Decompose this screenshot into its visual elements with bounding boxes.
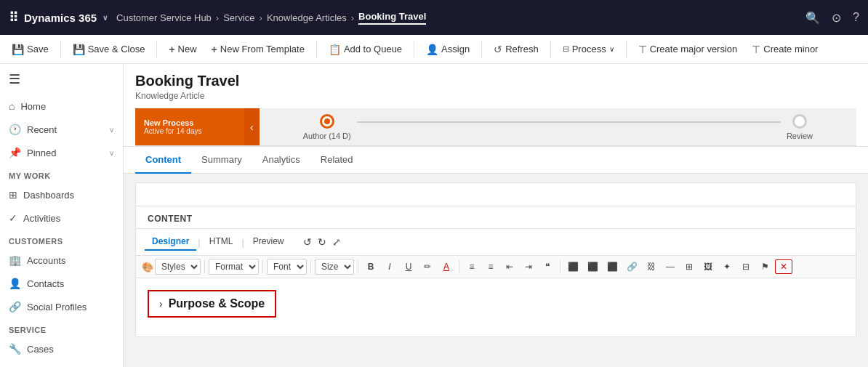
sidebar-item-accounts[interactable]: 🏢 Accounts	[0, 249, 123, 272]
expand-button[interactable]: ⤢	[332, 236, 341, 248]
process-chevron-icon: ∨	[609, 45, 614, 53]
create-minor-button[interactable]: ⊤ Create minor	[746, 41, 824, 58]
image-button[interactable]: 🖼	[699, 259, 717, 274]
sidebar-home-label: Home	[20, 101, 46, 112]
add-to-queue-button[interactable]: 📋 Add to Queue	[323, 41, 408, 58]
sidebar-recent-label: Recent	[27, 124, 57, 135]
redo-button[interactable]: ↻	[318, 236, 326, 248]
tab-analytics[interactable]: Analytics	[252, 147, 310, 174]
process-node-author[interactable]: Author (14 D)	[303, 114, 351, 140]
title-input[interactable]	[145, 189, 636, 200]
italic-button[interactable]: I	[381, 259, 398, 274]
create-major-button[interactable]: ⊤ Create major version	[632, 41, 744, 58]
process-stage-name: New Process	[144, 118, 236, 127]
sidebar-item-activities[interactable]: ✓ Activities	[0, 206, 123, 230]
editor-tab-designer[interactable]: Designer	[145, 233, 196, 251]
format-select[interactable]: Format	[209, 259, 259, 275]
decrease-indent-button[interactable]: ⇤	[501, 259, 518, 274]
sidebar-activities-label: Activities	[23, 213, 60, 224]
format-toolbar: 🎨 Styles Format Font Size	[136, 256, 856, 278]
table-button[interactable]: ⊞	[680, 259, 698, 274]
align-left-button[interactable]: ⬛	[564, 259, 582, 274]
font-color-button[interactable]: A	[438, 259, 455, 274]
save-close-button[interactable]: 💾 Save & Close	[67, 41, 151, 58]
author-label: Author (14 D)	[303, 132, 351, 140]
search-icon[interactable]: 🔍	[805, 11, 820, 25]
main-layout: ☰ ⌂ Home 🕐 Recent ∨ 📌 Pinned ∨ My Work ⊞…	[0, 64, 868, 367]
sidebar-item-pinned[interactable]: 📌 Pinned ∨	[0, 141, 123, 164]
sidebar-item-recent[interactable]: 🕐 Recent ∨	[0, 118, 123, 141]
new-button[interactable]: + New	[163, 41, 202, 58]
refresh-icon[interactable]: ⊙	[832, 11, 841, 25]
editor-tab-preview[interactable]: Preview	[246, 233, 292, 251]
help-icon[interactable]: ?	[853, 11, 859, 24]
link-button[interactable]: 🔗	[623, 259, 641, 274]
unlink-button[interactable]: ⛓	[643, 259, 660, 274]
editor-tabs: Designer | HTML | Preview ↺ ↻ ⤢	[136, 229, 856, 256]
command-bar: 💾 Save 💾 Save & Close + New + New From T…	[0, 35, 868, 64]
process-node-review[interactable]: Review	[787, 114, 813, 140]
sidebar-item-social-profiles[interactable]: 🔗 Social Profiles	[0, 295, 123, 318]
sidebar-item-cases[interactable]: 🔧 Cases	[0, 337, 123, 360]
new-from-template-button[interactable]: + New From Template	[206, 41, 310, 58]
highlight-button[interactable]: ✏	[419, 259, 436, 274]
process-line-1	[357, 121, 781, 123]
sidebar-item-dashboards[interactable]: ⊞ Dashboards	[0, 183, 123, 206]
brand-chevron: ∨	[103, 14, 108, 22]
pinned-chevron-icon: ∨	[109, 149, 114, 157]
blockquote-button[interactable]: ❝	[539, 259, 556, 274]
cmd-sep-4	[414, 41, 414, 58]
refresh-cmd-icon: ↺	[494, 44, 502, 55]
code-button[interactable]: ⊟	[737, 259, 755, 274]
fmt-sep-3	[310, 260, 311, 273]
process-button[interactable]: ⊟ Process ∨	[557, 41, 620, 57]
cmd-sep-7	[626, 41, 627, 58]
nav-service[interactable]: Service	[223, 12, 254, 23]
recent-icon: 🕐	[9, 124, 21, 135]
nav-customer-service-hub[interactable]: Customer Service Hub	[116, 12, 212, 23]
save-button[interactable]: 💾 Save	[6, 41, 55, 58]
sparkle-button[interactable]: ✦	[718, 259, 736, 274]
sidebar-item-contacts[interactable]: 👤 Contacts	[0, 272, 123, 295]
clear-format-button[interactable]: ✕	[775, 259, 792, 274]
flag-button[interactable]: ⚑	[756, 259, 773, 274]
numbered-button[interactable]: ≡	[482, 259, 499, 274]
font-select[interactable]: Font	[267, 259, 307, 275]
styles-select[interactable]: Styles	[155, 259, 201, 275]
nav-knowledge-articles[interactable]: Knowledge Articles	[267, 12, 347, 23]
increase-indent-button[interactable]: ⇥	[520, 259, 537, 274]
record-subtitle: Knowledge Article	[135, 91, 856, 101]
editor-tab-html[interactable]: HTML	[202, 233, 241, 251]
underline-button[interactable]: U	[400, 259, 417, 274]
bullets-button[interactable]: ≡	[463, 259, 481, 274]
assign-button[interactable]: 👤 Assign	[420, 41, 475, 58]
sidebar: ☰ ⌂ Home 🕐 Recent ∨ 📌 Pinned ∨ My Work ⊞…	[0, 64, 124, 367]
tab-related[interactable]: Related	[310, 147, 363, 174]
undo-button[interactable]: ↺	[303, 236, 312, 248]
my-work-section-label: My Work	[0, 164, 123, 183]
size-select[interactable]: Size	[315, 259, 354, 275]
nav-booking-travel[interactable]: Booking Travel	[358, 11, 426, 25]
fmt-sep-4	[358, 260, 358, 273]
refresh-button[interactable]: ↺ Refresh	[488, 41, 544, 58]
hr-button[interactable]: —	[662, 259, 679, 274]
save-close-icon: 💾	[73, 44, 85, 55]
content-area: Booking Travel Knowledge Article New Pro…	[124, 64, 868, 367]
align-right-button[interactable]: ⬛	[603, 259, 622, 274]
editor-content[interactable]: › Purpose & Scope	[136, 278, 856, 336]
tab-content[interactable]: Content	[135, 147, 191, 174]
top-nav-icons: 🔍 ⊙ ?	[805, 11, 859, 25]
breadcrumb-sep-2: ›	[260, 12, 262, 23]
process-collapse-button[interactable]: ‹	[244, 108, 260, 145]
app-brand[interactable]: ⠿ Dynamics 365 ∨	[9, 9, 108, 25]
activities-icon: ✓	[9, 212, 17, 224]
pinned-icon: 📌	[9, 147, 21, 158]
top-navigation: ⠿ Dynamics 365 ∨ Customer Service Hub › …	[0, 0, 868, 35]
align-center-button[interactable]: ⬛	[584, 259, 602, 274]
sidebar-item-home[interactable]: ⌂ Home	[0, 94, 123, 118]
sidebar-toggle[interactable]: ☰	[0, 64, 123, 94]
bold-button[interactable]: B	[362, 259, 379, 274]
fmt-sep-1	[204, 260, 205, 273]
process-stage-new[interactable]: New Process Active for 14 days	[135, 108, 244, 145]
tab-summary[interactable]: Summary	[191, 147, 252, 174]
